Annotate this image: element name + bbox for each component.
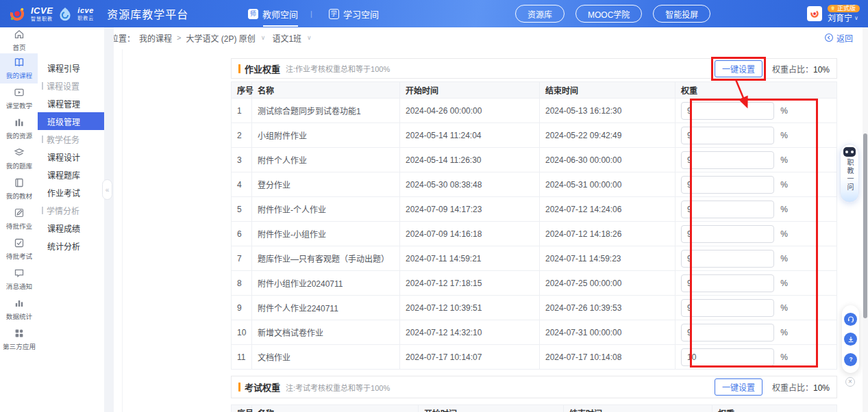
classroom-icon — [14, 87, 25, 98]
assistant-widget[interactable]: 职教一问 — [840, 144, 859, 203]
breadcrumb-my-courses[interactable]: 我的课程 — [139, 32, 172, 44]
question-bank-icon — [14, 147, 25, 158]
pending-homework-icon — [14, 207, 25, 218]
exam-table: 序号名称开始时间结束时间权重 — [231, 404, 837, 412]
sidebar-item[interactable]: 待批作业 — [0, 204, 38, 234]
sidebar-item[interactable]: 消息通知 — [0, 264, 38, 294]
third-party-icon — [14, 328, 25, 339]
sidebar-collapse-button[interactable]: « — [102, 179, 112, 200]
weight-input[interactable] — [681, 299, 774, 317]
weight-input[interactable] — [681, 102, 774, 120]
row-index: 11 — [232, 345, 252, 370]
weight-input[interactable] — [681, 127, 774, 144]
end-time: 2024-07-12 14:18:26 — [540, 222, 675, 246]
resources-icon — [14, 117, 25, 128]
back-button[interactable]: 返回 — [824, 32, 853, 44]
home-icon — [14, 29, 25, 40]
weight-input[interactable] — [681, 250, 774, 268]
row-index: 3 — [232, 148, 252, 172]
exam-ratio: 权重占比：10% — [772, 381, 830, 393]
section-accent-bar — [238, 383, 240, 391]
header-quick-link[interactable]: MOOC学院 — [575, 5, 642, 23]
homework-section-note: 注:作业考核权重总和等于100% — [286, 63, 390, 74]
homework-table: 序号名称开始时间结束时间权重 1 测试综合题同步到试卷功能1 2024-04-2… — [231, 81, 837, 370]
icve-cloud-logo-icon — [58, 6, 73, 21]
course-menu-item[interactable]: 课程成绩 — [38, 219, 104, 237]
scrollbar-thumb[interactable] — [863, 133, 867, 318]
page-title: 资源库教学平台 — [107, 5, 188, 22]
header-nav-item[interactable]: 学 学习空间 — [310, 8, 379, 21]
weight-input[interactable] — [681, 324, 774, 342]
weight-input[interactable] — [681, 274, 774, 292]
sidebar-item[interactable]: 我的资源 — [0, 114, 38, 144]
homework-weight-section-header: 作业权重 注:作业考核权重总和等于100% 一键设置 权重占比：10% — [231, 58, 837, 79]
header-quick-link[interactable]: 智能投屏 — [653, 5, 710, 23]
course-menu-item: 学情分析 — [38, 201, 104, 219]
row-index: 2 — [232, 123, 252, 148]
course-menu-item[interactable]: 班级管理 — [38, 112, 104, 130]
download-icon[interactable] — [844, 333, 857, 346]
user-area[interactable]: 正式版 刘育宁 ∨ — [807, 0, 860, 27]
homework-name: 附件个人作业 — [252, 148, 400, 172]
assistant-label: 职教一问 — [846, 159, 853, 192]
course-menu-item[interactable]: 课程引导 — [38, 59, 104, 77]
help-icon[interactable]: ? — [844, 353, 857, 366]
exam-set-all-button[interactable]: 一键设置 — [715, 378, 762, 396]
course-menu-item[interactable]: 课程管理 — [38, 94, 104, 112]
homework-row: 1 测试综合题同步到试卷功能1 2024-04-26 00:00:00 2024… — [232, 99, 837, 123]
section-accent-bar — [238, 64, 240, 73]
sidebar-item[interactable]: 课堂教学 — [0, 83, 38, 114]
homework-row: 8 附件小组作业20240711 2024-07-12 17:18:15 202… — [232, 271, 837, 296]
course-menu-item[interactable]: 作业考试 — [38, 183, 104, 201]
course-menu: 课程引导 课程设置 课程管理 班级管理 教学任务 课程设计 课程题库 — [38, 27, 104, 412]
end-time: 2024-07-17 10:14:08 — [540, 345, 675, 370]
icon-sidebar: 首页 我的课程 课堂教学 我的资源 我的题库 — [0, 27, 38, 412]
homework-table-header-row: 序号名称开始时间结束时间权重 — [232, 82, 837, 99]
header-quick-link[interactable]: 资源库 — [515, 5, 565, 23]
weight-input[interactable] — [681, 201, 774, 218]
statistics-icon — [14, 298, 25, 309]
homework-name: 文档作业 — [252, 345, 400, 370]
weight-input[interactable] — [681, 151, 774, 169]
course-menu-item[interactable]: 课程设计 — [38, 148, 104, 166]
column-header: 序号 — [232, 405, 252, 412]
breadcrumb-class-select[interactable]: 语文1班 — [272, 32, 301, 44]
chevron-down-icon[interactable]: ∨ — [307, 34, 312, 41]
floating-toolbar-close-button[interactable]: × — [845, 377, 855, 387]
exam-ratio-value: 10% — [813, 383, 830, 393]
homework-set-all-button[interactable]: 一键设置 — [715, 60, 762, 77]
user-name[interactable]: 刘育宁 ∨ — [828, 14, 858, 23]
sidebar-item[interactable]: 我的课程 — [0, 53, 38, 83]
homework-ratio-value: 10% — [813, 65, 830, 75]
end-time: 2024-05-22 09:42:49 — [540, 123, 675, 148]
header-nav-item[interactable]: 师 教师空间 — [248, 8, 298, 21]
homework-row: 7 题库作业—只有客观题（手动出题） 2024-07-11 14:59:21 2… — [232, 246, 837, 271]
breadcrumb-course-select[interactable]: 大学语文 (2P) 原创 — [186, 32, 255, 44]
end-time: 2024-07-26 10:39:53 — [540, 296, 675, 320]
sidebar-item[interactable]: 我的教材 — [0, 174, 38, 204]
sidebar-item[interactable]: 数据统计 — [0, 294, 38, 324]
sidebar-item[interactable]: 我的题库 — [0, 144, 38, 174]
exam-section-note: 注:考试考核权重总和等于100% — [286, 382, 390, 393]
header-nav: 师 教师空间 学 学习空间 — [248, 0, 379, 27]
weight-input[interactable] — [681, 176, 774, 194]
homework-row: 3 附件个人作业 2024-05-14 11:26:30 2024-06-30 … — [232, 148, 837, 172]
start-time: 2024-07-12 14:32:10 — [400, 320, 540, 345]
exam-section-title: 考试权重 — [245, 381, 280, 394]
brand-secondary-name: icve — [77, 7, 94, 14]
weight-input[interactable] — [681, 225, 774, 243]
homework-row: 5 附件作业-个人作业 2024-07-09 14:17:23 2024-07-… — [232, 197, 837, 222]
homework-row: 10 新增文档试卷作业 2024-07-12 14:32:10 2024-07-… — [232, 320, 837, 345]
sidebar-item[interactable]: 首页 — [0, 27, 38, 53]
sidebar-item[interactable]: 待批考试 — [0, 234, 38, 264]
weight-input[interactable] — [681, 348, 774, 366]
support-icon[interactable] — [844, 313, 857, 326]
homework-name: 测试综合题同步到试卷功能1 — [252, 99, 400, 123]
chevron-down-icon[interactable]: ∨ — [261, 34, 266, 41]
brand-area: ICVE 智慧职教 icve 职教云 资源库教学平台 — [0, 5, 188, 23]
course-menu-item[interactable]: 统计分析 — [38, 237, 104, 255]
nav-label: 教师空间 — [262, 8, 298, 21]
column-header: 权重 — [712, 405, 837, 412]
course-menu-item[interactable]: 课程题库 — [38, 166, 104, 183]
sidebar-item[interactable]: 第三方应用 — [0, 324, 38, 355]
